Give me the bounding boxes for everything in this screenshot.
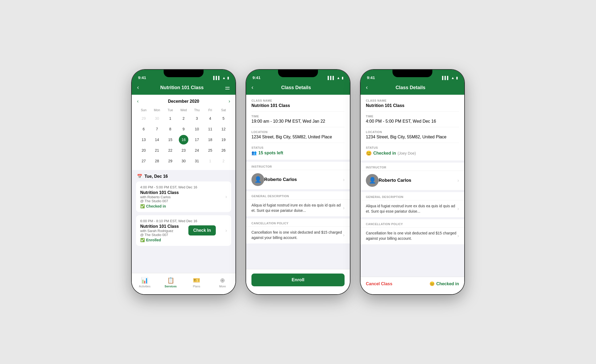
signal-icon-2: ▌▌▌ (328, 76, 335, 80)
nav-bar-2: ‹ Class Details (246, 81, 350, 95)
cal-day-2[interactable]: 1 (165, 114, 175, 123)
day-header-tue: Tue (164, 107, 177, 113)
calendar-section: ‹ December 2020 › Sun Mon Tue Wed Thu Fr… (132, 95, 235, 170)
prev-month-button[interactable]: ‹ (137, 98, 139, 104)
cal-day-30[interactable]: 29 (165, 156, 175, 166)
details-content-2: CLASS NAME Nutrition 101 Class TIME 19:0… (246, 95, 350, 269)
cal-day-18[interactable]: 17 (192, 135, 202, 144)
cal-day-26[interactable]: 25 (205, 146, 215, 155)
time-label-2: TIME (251, 115, 345, 118)
instructor-card-2: INSTRUCTOR 👤 Roberto Carlos › (246, 162, 350, 189)
cal-day-33[interactable]: 1 (205, 156, 215, 166)
checked-in-icon-1: ✅ (140, 204, 145, 208)
nav-title-1: Nutrition 101 Class (160, 85, 204, 90)
chevron-icon-2: › (225, 228, 227, 233)
day-header-sun: Sun (137, 107, 150, 113)
activities-icon: 📊 (141, 277, 148, 284)
checked-in-bottom-icon: 😊 (429, 281, 435, 286)
class-name-2: Nutrition 101 Class (140, 224, 179, 229)
day-header-sat: Sat (217, 107, 230, 113)
instructor-header-3: INSTRUCTOR (361, 163, 464, 171)
status-value-3: Checked in (373, 151, 396, 156)
tab-plans[interactable]: 🎫 Plans (184, 277, 210, 288)
day-header-fri: Fri (204, 107, 217, 113)
class-info-2: Nutrition 101 Class with Sarah Rodriguez… (140, 224, 179, 237)
instructor-row-2[interactable]: 👤 Roberto Carlos › (246, 170, 350, 189)
enroll-button[interactable]: Enroll (251, 274, 345, 286)
spots-icon-2: 👥 (251, 150, 257, 155)
cal-day-12[interactable]: 11 (205, 124, 215, 134)
phone-details-enroll: 9:41 ▌▌▌ ▲ ▮ ‹ Class Details CLASS NAME … (246, 70, 350, 294)
instructor-header-2: INSTRUCTOR (246, 162, 350, 170)
divider-2b (251, 127, 345, 127)
cal-day-29[interactable]: 28 (152, 156, 162, 166)
back-button-3[interactable]: ‹ (366, 84, 368, 91)
cal-day-31[interactable]: 30 (179, 156, 188, 166)
cal-day-0[interactable]: 29 (139, 114, 148, 123)
status-bar-1: 9:41 ▌▌▌ ▲ ▮ (132, 70, 235, 81)
cal-day-34[interactable]: 2 (219, 156, 228, 166)
cal-day-14[interactable]: 13 (139, 135, 148, 144)
status-sub-3: (Joey Doe) (398, 151, 416, 155)
phone-details-checked: 9:41 ▌▌▌ ▲ ▮ ‹ Class Details CLASS NAME … (361, 70, 464, 294)
next-month-button[interactable]: › (229, 98, 230, 104)
tab-bar-1: 📊 Activities 📋 Services 🎫 Plans ⊕ More (132, 273, 235, 294)
more-icon: ⊕ (220, 277, 225, 284)
desc-row-3[interactable]: Aliqua id fugiat nostrud irure ex duis e… (361, 200, 464, 217)
cal-day-28[interactable]: 27 (139, 156, 148, 166)
cancel-class-button[interactable]: Cancel Class (366, 282, 392, 286)
filter-button[interactable]: ⚌ (225, 84, 230, 91)
class-card-2[interactable]: 6:00 PM - 8:10 PM EST, Wed Dec 16 Nutrit… (136, 215, 231, 246)
instructor-chevron-2: › (343, 177, 345, 183)
instructor-avatar-2: 👤 (251, 173, 264, 186)
cal-day-1[interactable]: 30 (152, 114, 162, 123)
cal-day-32[interactable]: 31 (192, 156, 202, 166)
back-button-2[interactable]: ‹ (251, 84, 253, 91)
cal-day-20[interactable]: 19 (219, 135, 228, 144)
cancellation-row-3[interactable]: Cancellation fee is one visit deducted a… (361, 227, 464, 244)
location-label-2: LOCATION (251, 130, 345, 134)
class-time-2: 6:00 PM - 8:10 PM EST, Wed Dec 16 (140, 219, 227, 223)
cal-day-16[interactable]: 15 (165, 135, 175, 144)
cal-day-5[interactable]: 4 (205, 114, 215, 123)
wifi-icon-3: ▲ (451, 76, 454, 80)
cal-day-22[interactable]: 21 (152, 146, 162, 155)
cal-day-8[interactable]: 7 (152, 124, 162, 134)
instructor-row-3[interactable]: 👤 Roberto Carlos › (361, 171, 464, 190)
cancellation-row-2[interactable]: Cancellation fee is one visit deducted a… (246, 226, 350, 243)
wifi-icon: ▲ (222, 76, 226, 80)
cal-day-6[interactable]: 5 (219, 114, 228, 123)
cal-day-11[interactable]: 10 (192, 124, 202, 134)
class-card-1[interactable]: 4:00 PM - 5:00 PM EST, Wed Dec 16 Nutrit… (136, 181, 231, 212)
nav-bar-1: ‹ Nutrition 101 Class ⚌ (132, 81, 235, 95)
class-location-1: @ The Studio 007 (140, 199, 179, 203)
desc-text-2: Aliqua id fugiat nostrud irure ex duis e… (251, 203, 343, 213)
cancellation-chevron-2: › (343, 232, 345, 238)
check-in-button[interactable]: Check In (188, 225, 216, 235)
time-label-3: TIME (366, 115, 459, 118)
calendar-month: December 2020 (168, 99, 199, 104)
tab-services[interactable]: 📋 Services (158, 277, 184, 288)
cal-day-10[interactable]: 9 (179, 124, 188, 134)
cal-day-4[interactable]: 3 (192, 114, 202, 123)
cal-day-13[interactable]: 12 (219, 124, 228, 134)
cal-day-19[interactable]: 18 (205, 135, 215, 144)
tab-activities[interactable]: 📊 Activities (132, 277, 158, 288)
more-label: More (219, 285, 226, 288)
cal-day-23[interactable]: 22 (165, 146, 175, 155)
back-button-1[interactable]: ‹ (137, 84, 139, 91)
cal-day-7[interactable]: 6 (139, 124, 148, 134)
cancellation-card-3: CANCELLATION POLICY Cancellation fee is … (361, 219, 464, 244)
cal-day-25[interactable]: 24 (192, 146, 202, 155)
cal-day-27[interactable]: 26 (219, 146, 228, 155)
cal-day-15[interactable]: 14 (152, 135, 162, 144)
tab-more[interactable]: ⊕ More (210, 277, 236, 288)
status-icons-1: ▌▌▌ ▲ ▮ (213, 76, 229, 80)
cal-day-17[interactable]: 16 (179, 135, 188, 144)
cancellation-card-2: CANCELLATION POLICY Cancellation fee is … (246, 218, 350, 243)
cal-day-24[interactable]: 23 (179, 146, 188, 155)
desc-row-2[interactable]: Aliqua id fugiat nostrud irure ex duis e… (246, 199, 350, 216)
cal-day-21[interactable]: 20 (139, 146, 148, 155)
cal-day-3[interactable]: 2 (179, 114, 188, 123)
cal-day-9[interactable]: 8 (165, 124, 175, 134)
